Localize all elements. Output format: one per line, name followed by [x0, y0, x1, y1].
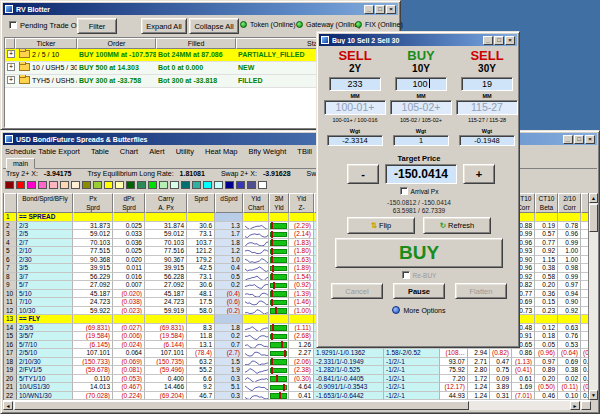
- cancel-button[interactable]: Cancel: [331, 283, 383, 299]
- menu-item-bfly-weight[interactable]: Bfly Weight: [249, 146, 287, 157]
- column-header[interactable]: YldChart: [243, 193, 269, 213]
- palette-swatch[interactable]: [104, 181, 113, 189]
- menu-item-tbill[interactable]: TBill: [297, 146, 312, 157]
- column-header[interactable]: Sprd: [187, 193, 215, 213]
- column-header[interactable]: 3M YldRich<->Chp: [269, 193, 289, 213]
- column-header[interactable]: [4, 193, 17, 213]
- arrival-px-checkbox[interactable]: Arrival Px: [317, 187, 521, 195]
- palette-swatch[interactable]: [38, 181, 47, 189]
- sheet-row[interactable]: 172/5/10107.1010.064107.101(78.4)(2.7)2.…: [4, 349, 590, 358]
- weight-field[interactable]: 1: [393, 135, 449, 146]
- expand-icon[interactable]: +: [7, 63, 15, 71]
- more-options[interactable]: More Options: [317, 306, 521, 314]
- palette-swatch[interactable]: [71, 181, 80, 189]
- palette-swatch[interactable]: [170, 181, 179, 189]
- scroll-thumb[interactable]: [14, 401, 469, 410]
- sheet-row[interactable]: 2210/WN1/30(70.028)(0.224)(69.204)46.70.…: [4, 392, 590, 401]
- price-field[interactable]: 105-02+: [390, 100, 452, 115]
- column-header[interactable]: Order: [77, 38, 156, 49]
- tab-main[interactable]: main: [6, 158, 35, 169]
- flip-button[interactable]: ⇅Flip: [347, 217, 415, 234]
- column-header[interactable]: CT10Beta: [535, 193, 558, 213]
- minimize-icon[interactable]: _: [364, 5, 374, 14]
- blotter-titlebar[interactable]: RV Blotter _ □ ×: [3, 3, 398, 15]
- palette-swatch[interactable]: [60, 181, 69, 189]
- menu-item-heat-map[interactable]: Heat Map: [205, 146, 238, 157]
- close-icon[interactable]: ×: [386, 5, 396, 14]
- sheet-row[interactable]: 2110/US1/3014.013(0.467)14.4669.25.14.64…: [4, 383, 590, 392]
- expand-all-button[interactable]: Expand All: [141, 18, 187, 34]
- palette-swatch[interactable]: [82, 181, 91, 189]
- dialog-titlebar[interactable]: Buy 10 Sell 2 Sell 30 _ □ ×: [319, 34, 517, 46]
- palette-swatch[interactable]: [148, 181, 157, 189]
- maximize-icon[interactable]: □: [375, 5, 385, 14]
- scroll-down-icon[interactable]: ▼: [589, 390, 598, 400]
- scroll-thumb[interactable]: [589, 204, 598, 232]
- column-header[interactable]: Filled: [156, 38, 236, 49]
- palette-swatch[interactable]: [93, 181, 102, 189]
- column-header[interactable]: dSprd: [215, 193, 243, 213]
- palette-swatch[interactable]: [49, 181, 58, 189]
- quantity-input[interactable]: 100: [395, 77, 447, 91]
- palette-swatch[interactable]: [225, 181, 234, 189]
- palette-swatch[interactable]: [247, 181, 256, 189]
- sheet-row[interactable]: 182/10/30(150.733)(0.069)(150.735)63.21.…: [4, 358, 590, 367]
- expand-icon[interactable]: +: [7, 50, 15, 58]
- column-header[interactable]: PxSprd: [73, 193, 113, 213]
- menu-item-chart[interactable]: Chart: [120, 146, 138, 157]
- scroll-left-icon[interactable]: ◄: [3, 401, 13, 410]
- palette-swatch[interactable]: [159, 181, 168, 189]
- close-icon[interactable]: ×: [585, 135, 595, 144]
- menu-item-utility[interactable]: Utility: [176, 146, 194, 157]
- column-header[interactable]: CarryA. Px: [145, 193, 187, 213]
- horizontal-scrollbar[interactable]: ◄ ►: [3, 400, 590, 410]
- palette-swatch[interactable]: [27, 181, 36, 189]
- collapse-all-button[interactable]: Collapse All: [189, 18, 239, 34]
- maximize-icon[interactable]: □: [574, 135, 584, 144]
- palette-swatch[interactable]: [214, 181, 223, 189]
- column-header[interactable]: Bond/Sprd/BFly: [17, 193, 73, 213]
- column-header[interactable]: dPxSprd: [113, 193, 145, 213]
- sheet-row[interactable]: 205/TY1/100.110(0.053)0.4006.60.3(0.30)-…: [4, 375, 590, 384]
- price-field[interactable]: 115-27: [456, 100, 518, 115]
- pause-button[interactable]: Pause: [393, 283, 445, 299]
- pending-trade-checkbox[interactable]: Pending Trade Only: [9, 21, 86, 30]
- menu-item-schedule-table-export[interactable]: Schedule Table Export: [5, 146, 80, 157]
- palette-swatch[interactable]: [5, 181, 14, 189]
- palette-swatch[interactable]: [126, 181, 135, 189]
- maximize-icon[interactable]: □: [494, 36, 504, 45]
- weight-field[interactable]: -2.3314: [327, 135, 383, 146]
- weight-field[interactable]: -0.1948: [459, 135, 515, 146]
- scroll-up-icon[interactable]: ▲: [589, 193, 598, 203]
- palette-swatch[interactable]: [115, 181, 124, 189]
- increment-button[interactable]: +: [463, 164, 495, 184]
- scroll-right-icon[interactable]: ►: [570, 401, 580, 410]
- flatten-button[interactable]: Flatten: [455, 283, 507, 299]
- column-header[interactable]: Ticker: [15, 38, 77, 49]
- column-header[interactable]: YldZ-Score: [289, 193, 314, 213]
- palette-swatch[interactable]: [137, 181, 146, 189]
- close-icon[interactable]: ×: [505, 36, 515, 45]
- menu-item-alert[interactable]: Alert: [149, 146, 164, 157]
- minimize-icon[interactable]: _: [483, 36, 493, 45]
- price-field[interactable]: 100-01+: [324, 100, 386, 115]
- quantity-input[interactable]: 233: [329, 77, 381, 91]
- palette-swatch[interactable]: [203, 181, 212, 189]
- target-price-value[interactable]: -150.0414: [385, 164, 457, 184]
- refresh-button[interactable]: ↻Refresh: [423, 217, 491, 234]
- filter-button[interactable]: Filter: [77, 18, 117, 34]
- palette-swatch[interactable]: [181, 181, 190, 189]
- decrement-button[interactable]: -: [347, 164, 379, 184]
- vertical-scrollbar[interactable]: ▲ ▼: [588, 193, 598, 400]
- palette-swatch[interactable]: [192, 181, 201, 189]
- buy-button[interactable]: BUY: [335, 238, 503, 268]
- menu-item-table[interactable]: Table: [91, 146, 109, 157]
- palette-swatch[interactable]: [16, 181, 25, 189]
- palette-swatch[interactable]: [236, 181, 245, 189]
- quantity-input[interactable]: 19: [461, 77, 513, 91]
- column-header[interactable]: [5, 38, 15, 49]
- minimize-icon[interactable]: _: [563, 135, 573, 144]
- palette-swatch[interactable]: [258, 181, 267, 189]
- expand-icon[interactable]: +: [7, 76, 15, 84]
- column-header[interactable]: 2/10Corr: [558, 193, 581, 213]
